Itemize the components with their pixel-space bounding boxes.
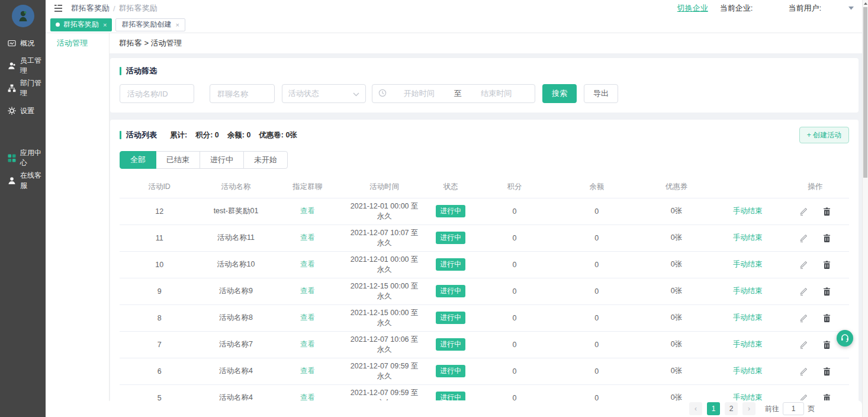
- list-title: 活动列表: [126, 130, 157, 140]
- cell-coupon: 0张: [639, 251, 714, 278]
- title-bar-accent: [120, 67, 121, 75]
- current-company-label: 当前企业:: [720, 3, 753, 14]
- activity-name-input[interactable]: [120, 84, 194, 103]
- sidebar-item-app-center[interactable]: 应用中心: [0, 147, 46, 169]
- view-group-link[interactable]: 查看: [300, 260, 315, 268]
- manual-end-link[interactable]: 手动结束: [733, 260, 763, 268]
- table-row: 11 活动名称11 查看 2021-12-07 10:07 至 永久 进行中 0: [120, 224, 849, 251]
- edit-icon[interactable]: [799, 234, 808, 242]
- delete-icon[interactable]: [823, 314, 831, 322]
- collapse-menu-icon[interactable]: [54, 5, 63, 12]
- group-name-input[interactable]: [210, 84, 275, 103]
- scrollbar-thumb[interactable]: [863, 7, 867, 178]
- date-range-picker[interactable]: 开始时间 至 结束时间: [372, 84, 535, 103]
- cell-activity-id: 6: [120, 358, 199, 384]
- service-icon: [8, 177, 16, 185]
- tab-in-progress[interactable]: 进行中: [200, 151, 244, 169]
- delete-icon[interactable]: [823, 261, 831, 269]
- col-target-group: 指定群聊: [273, 176, 342, 198]
- activity-time-end: 永久: [342, 318, 427, 328]
- table-row: 8 活动名称8 查看 2021-12-15 00:00 至 永久 进行中 0: [120, 304, 849, 331]
- manual-end-link[interactable]: 手动结束: [733, 340, 763, 348]
- end-time-placeholder[interactable]: 结束时间: [464, 88, 529, 99]
- title-bar-accent: [120, 131, 121, 139]
- manual-end-link[interactable]: 手动结束: [733, 367, 763, 375]
- sidebar-item-settings[interactable]: 设置: [0, 100, 46, 122]
- close-tab-icon[interactable]: ×: [103, 21, 107, 28]
- manual-end-link[interactable]: 手动结束: [733, 233, 763, 242]
- delete-icon[interactable]: [823, 341, 831, 349]
- view-group-link[interactable]: 查看: [300, 340, 315, 348]
- status-badge: 进行中: [436, 258, 465, 271]
- tab-not-started[interactable]: 未开始: [243, 151, 288, 169]
- sidebar-item-online-service[interactable]: 在线客服: [0, 169, 46, 192]
- edit-icon[interactable]: [799, 207, 808, 216]
- edit-icon[interactable]: [799, 314, 808, 322]
- delete-icon[interactable]: [823, 207, 831, 216]
- chevron-down-icon: [353, 89, 359, 98]
- cell-activity-name: test-群奖励01: [199, 198, 272, 224]
- view-group-link[interactable]: 查看: [300, 313, 315, 322]
- edit-icon[interactable]: [799, 261, 808, 269]
- cell-activity-id: 7: [120, 331, 199, 358]
- sidebar-item-label: 在线客服: [20, 171, 46, 191]
- activity-time-start: 2021-12-07 09:59 至: [342, 361, 427, 371]
- next-page-button[interactable]: ›: [742, 402, 756, 415]
- prev-page-button[interactable]: ‹: [689, 402, 702, 415]
- breadcrumb-app[interactable]: 群拓客奖励: [71, 3, 110, 14]
- col-activity-time: 活动时间: [342, 176, 427, 198]
- col-coupon: 优惠券: [639, 176, 714, 198]
- cell-balance: 0: [554, 331, 639, 358]
- status-badge: 进行中: [436, 232, 465, 244]
- col-blank: [714, 176, 781, 198]
- view-group-link[interactable]: 查看: [300, 233, 315, 242]
- status-badge: 进行中: [436, 312, 465, 324]
- tab-ended[interactable]: 已结束: [156, 151, 200, 169]
- edit-icon[interactable]: [799, 367, 808, 376]
- view-group-link[interactable]: 查看: [300, 367, 315, 375]
- activity-time-end: 永久: [342, 211, 427, 222]
- sub-sidebar: 活动管理: [46, 33, 110, 417]
- delete-icon[interactable]: [823, 234, 831, 242]
- page-button-2[interactable]: 2: [725, 402, 738, 415]
- manual-end-link[interactable]: 手动结束: [733, 313, 763, 322]
- sidebar-item-employees[interactable]: 员工管理: [0, 54, 46, 77]
- switch-company-link[interactable]: 切换企业: [677, 3, 708, 14]
- sidebar-item-label: 员工管理: [20, 56, 46, 76]
- main-sidebar: 概况 员工管理 部门管理 设置 应用中心: [0, 0, 46, 417]
- customer-service-button[interactable]: [837, 330, 853, 347]
- delete-icon[interactable]: [823, 287, 831, 296]
- create-activity-button[interactable]: + 创建活动: [799, 127, 849, 143]
- activity-status-select[interactable]: 活动状态: [282, 84, 366, 103]
- submenu-item-activity-management[interactable]: 活动管理: [46, 33, 109, 53]
- tab-all[interactable]: 全部: [120, 151, 156, 169]
- view-group-link[interactable]: 查看: [300, 287, 315, 295]
- company-avatar[interactable]: [0, 0, 46, 32]
- sidebar-item-departments[interactable]: 部门管理: [0, 77, 46, 100]
- close-tab-icon[interactable]: ×: [175, 21, 179, 28]
- page-button-1[interactable]: 1: [707, 402, 720, 415]
- manual-end-link[interactable]: 手动结束: [733, 287, 763, 295]
- table-row: 6 活动名称4 查看 2021-12-07 09:59 至 永久 进行中 0: [120, 358, 849, 384]
- delete-icon[interactable]: [823, 367, 831, 376]
- cell-activity-name: 活动名称9: [199, 278, 272, 304]
- user-dropdown-caret-icon[interactable]: [848, 7, 854, 10]
- cell-coupon: 0张: [639, 331, 714, 358]
- window-tab-create[interactable]: 群拓客奖励创建 ×: [115, 18, 185, 31]
- list-title-row: 活动列表: [120, 130, 157, 140]
- search-button[interactable]: 搜索: [542, 84, 577, 103]
- window-tab-active[interactable]: 群拓客奖励 ×: [50, 18, 112, 31]
- sidebar-item-overview[interactable]: 概况: [0, 32, 46, 54]
- manual-end-link[interactable]: 手动结束: [733, 207, 763, 215]
- edit-icon[interactable]: [799, 341, 808, 349]
- view-group-link[interactable]: 查看: [300, 207, 315, 215]
- scroll-up-icon[interactable]: [863, 0, 868, 7]
- activity-time-start: 2021-12-01 00:00 至: [342, 201, 427, 211]
- start-time-placeholder[interactable]: 开始时间: [387, 88, 452, 99]
- edit-icon[interactable]: [799, 287, 808, 296]
- cell-activity-name: 活动名称8: [199, 304, 272, 331]
- browser-scrollbar[interactable]: [862, 0, 868, 417]
- goto-page-input[interactable]: [783, 402, 804, 415]
- filter-panel: 活动筛选 活动状态: [110, 58, 859, 113]
- export-button[interactable]: 导出: [584, 84, 618, 103]
